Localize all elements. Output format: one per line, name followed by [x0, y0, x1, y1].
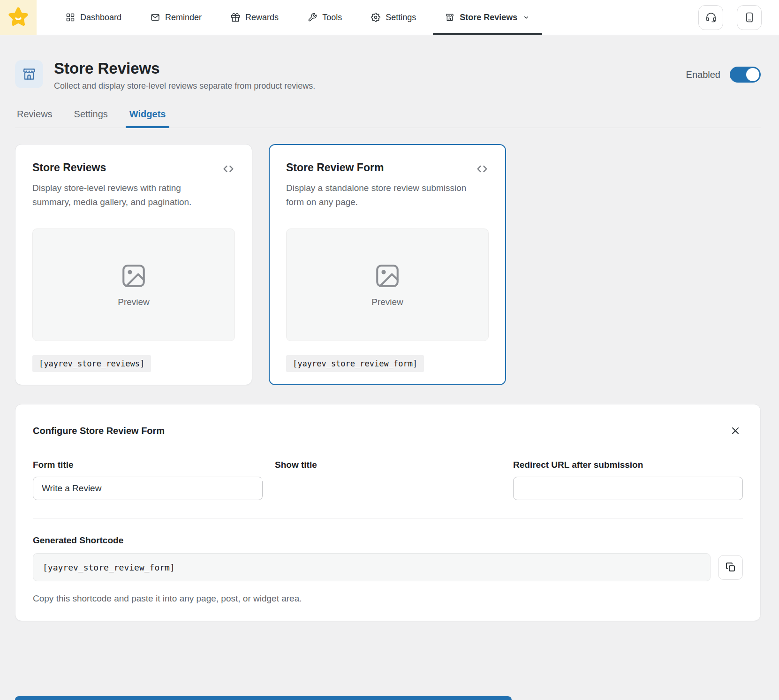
widget-preview: Preview — [32, 228, 235, 341]
tab-bar: Reviews Settings Widgets — [15, 109, 761, 128]
enabled-group: Enabled — [686, 67, 761, 83]
chevron-down-icon — [522, 14, 530, 21]
widget-card-store-reviews[interactable]: Store Reviews Display store-level review… — [15, 144, 252, 385]
widget-description: Display store-level reviews with rating … — [32, 181, 215, 209]
wrench-icon — [308, 13, 317, 22]
tab-settings[interactable]: Settings — [72, 109, 110, 128]
preview-label: Preview — [118, 297, 150, 307]
image-placeholder-icon — [374, 262, 401, 289]
topbar-actions — [698, 0, 779, 35]
tablet-icon — [744, 12, 755, 23]
nav-label: Tools — [322, 13, 342, 23]
redirect-url-input[interactable] — [513, 477, 743, 500]
redirect-url-label: Redirect URL after submission — [513, 460, 743, 470]
widget-description: Display a standalone store review submis… — [286, 181, 469, 209]
copy-icon — [725, 562, 736, 573]
widget-title: Store Review Form — [286, 161, 384, 174]
nav-item-tools[interactable]: Tools — [308, 0, 342, 35]
widget-cards: Store Reviews Display store-level review… — [15, 144, 761, 385]
close-icon[interactable] — [728, 423, 743, 438]
bottom-partial-panel-edge — [15, 696, 512, 700]
enabled-toggle[interactable] — [730, 67, 761, 83]
shortcode-helper-text: Copy this shortcode and paste it into an… — [33, 593, 743, 604]
generated-shortcode-value: [yayrev_store_review_form] — [33, 553, 711, 581]
star-logo-icon — [8, 7, 29, 28]
device-preview-button[interactable] — [737, 5, 762, 30]
dashboard-grid-icon — [66, 13, 75, 22]
nav-item-dashboard[interactable]: Dashboard — [66, 0, 121, 35]
code-icon — [476, 162, 489, 175]
page-header: Store Reviews Collect and display store-… — [15, 60, 761, 91]
copy-shortcode-button[interactable] — [718, 555, 743, 580]
page-title: Store Reviews — [54, 60, 315, 77]
support-button[interactable] — [698, 5, 723, 30]
page-content: Store Reviews Collect and display store-… — [0, 60, 779, 621]
image-placeholder-icon — [120, 262, 147, 289]
toggle-knob — [261, 472, 273, 484]
gift-icon — [231, 13, 240, 22]
gear-icon — [371, 13, 380, 22]
toggle-knob — [746, 68, 759, 81]
nav-label: Rewards — [245, 13, 279, 23]
preview-label: Preview — [371, 297, 403, 307]
widget-title: Store Reviews — [32, 161, 106, 174]
storefront-icon — [445, 13, 454, 22]
shortcode-chip: [yayrev_store_review_form] — [286, 355, 424, 372]
nav-label: Settings — [386, 13, 416, 23]
widget-card-store-review-form[interactable]: Store Review Form Display a standalone s… — [269, 144, 506, 385]
divider — [33, 518, 743, 518]
configure-panel: Configure Store Review Form Form title S… — [15, 404, 761, 621]
store-reviews-badge — [15, 60, 43, 88]
plugin-logo[interactable] — [0, 0, 37, 35]
nav-item-rewards[interactable]: Rewards — [231, 0, 279, 35]
main-nav: Dashboard Reminder Rewards — [37, 0, 530, 35]
enabled-label: Enabled — [686, 69, 720, 80]
form-title-label: Form title — [33, 460, 263, 470]
generated-shortcode-label: Generated Shortcode — [33, 535, 743, 546]
envelope-icon — [151, 13, 160, 22]
tab-widgets[interactable]: Widgets — [128, 109, 168, 128]
code-icon — [222, 162, 235, 175]
configure-panel-title: Configure Store Review Form — [33, 426, 165, 436]
form-title-input[interactable] — [33, 477, 263, 500]
tab-reviews[interactable]: Reviews — [15, 109, 54, 128]
nav-item-store-reviews[interactable]: Store Reviews — [445, 0, 530, 35]
top-navigation-bar: Dashboard Reminder Rewards — [0, 0, 779, 35]
show-title-label: Show title — [275, 460, 317, 470]
nav-label: Dashboard — [80, 13, 121, 23]
widget-preview: Preview — [286, 228, 489, 341]
nav-item-settings[interactable]: Settings — [371, 0, 416, 35]
nav-label: Store Reviews — [460, 13, 517, 23]
headset-icon — [705, 12, 717, 23]
storefront-icon — [22, 67, 37, 82]
nav-item-reminder[interactable]: Reminder — [151, 0, 202, 35]
nav-label: Reminder — [165, 13, 202, 23]
page-subtitle: Collect and display store-level reviews … — [54, 81, 315, 91]
shortcode-chip: [yayrev_store_reviews] — [32, 355, 151, 372]
